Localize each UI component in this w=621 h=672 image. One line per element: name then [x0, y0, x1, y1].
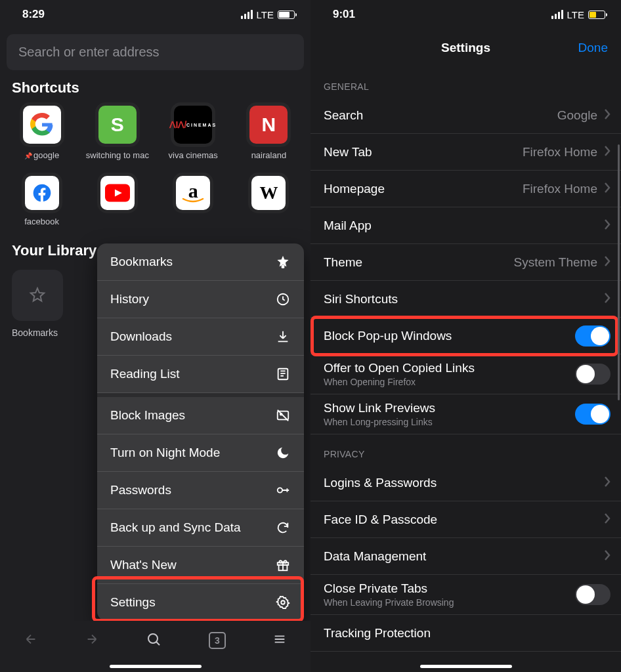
forward-button[interactable] [85, 632, 99, 649]
section-privacy-header: Privacy [310, 434, 621, 465]
library-bookmarks-tile[interactable] [12, 270, 63, 321]
phone-firefox-home: 8:29 LTE Search or enter address Shortcu… [0, 0, 310, 672]
chevron-right-icon [604, 292, 610, 306]
menu-reading-list[interactable]: Reading List [97, 356, 304, 393]
search-input[interactable]: Search or enter address [7, 34, 304, 70]
reading-icon [275, 366, 291, 382]
home-indicator [420, 665, 512, 668]
row-close-private-tabs[interactable]: Close Private TabsWhen Leaving Private B… [310, 575, 621, 615]
chevron-right-icon [604, 476, 610, 490]
row-faceid-passcode[interactable]: Face ID & Passcode [310, 501, 621, 538]
menu-history[interactable]: History [97, 281, 304, 318]
status-time: 8:29 [22, 8, 45, 21]
clock-icon [275, 291, 291, 307]
menu-settings[interactable]: Settings [97, 584, 304, 621]
row-copied-links[interactable]: Offer to Open Copied LinksWhen Opening F… [310, 354, 621, 394]
menu-downloads[interactable]: Downloads [97, 318, 304, 356]
shortcut-viva-cinemas[interactable]: ꓥIꓥ/CINEMAS viva cinemas [156, 103, 231, 173]
chevron-right-icon [604, 549, 610, 564]
viva-icon: ꓥIꓥ/CINEMAS [174, 106, 212, 144]
phone-firefox-settings: 9:01 LTE Settings Done General Search Go… [310, 0, 621, 672]
row-siri-shortcuts[interactable]: Siri Shortcuts [310, 281, 621, 318]
facebook-icon [25, 176, 59, 210]
search-button[interactable] [146, 631, 161, 650]
google-icon [23, 106, 61, 144]
moon-icon [275, 445, 291, 461]
toggle-copied-links[interactable] [575, 364, 610, 385]
signal-icon [551, 10, 563, 19]
status-bar: 8:29 LTE [0, 0, 310, 29]
toggle-block-popups[interactable] [575, 326, 610, 346]
download-icon [275, 329, 291, 345]
shortcuts-grid: 📌google S switching to mac ꓥIꓥ/CINEMAS v… [0, 103, 310, 240]
row-theme[interactable]: Theme System Theme [310, 244, 621, 281]
shortcut-nairaland[interactable]: N nairaland [231, 103, 307, 173]
star-icon [29, 287, 46, 304]
tabs-button[interactable]: 3 [209, 632, 226, 649]
toggle-close-private-tabs[interactable] [575, 584, 610, 605]
amazon-icon: a [176, 176, 210, 210]
menu-block-images[interactable]: Block Images [97, 393, 304, 434]
overflow-menu: Bookmarks History Downloads Reading List… [97, 243, 304, 621]
row-search[interactable]: Search Google [310, 97, 621, 134]
chevron-right-icon [604, 145, 610, 159]
row-mail-app[interactable]: Mail App [310, 207, 621, 244]
page-title: Settings [441, 41, 490, 55]
settings-list[interactable]: General Search Google New Tab Firefox Ho… [310, 67, 621, 667]
chevron-right-icon [604, 182, 610, 196]
svg-point-6 [278, 488, 282, 492]
youtube-icon [100, 176, 135, 210]
toggle-link-previews[interactable] [575, 404, 610, 425]
chevron-right-icon [604, 513, 610, 527]
row-new-tab[interactable]: New Tab Firefox Home [310, 134, 621, 171]
gear-icon [275, 595, 291, 610]
row-logins-passwords[interactable]: Logins & Passwords [310, 465, 621, 501]
nav-bar: Settings Done [310, 29, 621, 67]
menu-button[interactable] [272, 632, 287, 649]
row-homepage[interactable]: Homepage Firefox Home [310, 171, 621, 207]
shortcut-wikipedia[interactable]: W [231, 173, 307, 240]
done-button[interactable]: Done [578, 41, 608, 55]
letter-s-icon: S [98, 106, 137, 144]
battery-icon [588, 10, 605, 19]
shortcuts-title: Shortcuts [0, 79, 310, 103]
svg-point-9 [281, 600, 285, 604]
chevron-right-icon [604, 108, 610, 123]
back-button[interactable] [24, 632, 38, 649]
svg-rect-1 [282, 265, 285, 268]
menu-night-mode[interactable]: Turn on Night Mode [97, 434, 304, 472]
shortcut-facebook[interactable]: facebook [4, 173, 79, 240]
row-link-previews[interactable]: Show Link PreviewsWhen Long-pressing Lin… [310, 394, 621, 434]
row-block-popups[interactable]: Block Pop-up Windows [310, 318, 621, 354]
wikipedia-icon: W [251, 176, 286, 210]
search-placeholder: Search or enter address [18, 45, 160, 59]
shortcut-youtube[interactable] [79, 173, 155, 240]
shortcut-switching-to-mac[interactable]: S switching to mac [79, 103, 155, 173]
signal-icon [241, 10, 253, 19]
menu-passwords[interactable]: Passwords [97, 472, 304, 509]
menu-sync[interactable]: Back up and Sync Data [97, 509, 304, 547]
row-tracking-protection[interactable]: Tracking Protection [310, 615, 621, 652]
row-data-management[interactable]: Data Management [310, 538, 621, 575]
status-time: 9:01 [333, 8, 355, 21]
status-bar: 9:01 LTE [310, 0, 621, 29]
menu-whats-new[interactable]: What's New [97, 547, 304, 584]
shortcut-amazon[interactable]: a [156, 173, 231, 240]
image-off-icon [275, 408, 291, 423]
letter-n-icon: N [249, 106, 288, 144]
menu-bookmarks[interactable]: Bookmarks [97, 243, 304, 281]
pin-icon: 📌 [24, 152, 32, 159]
chevron-right-icon [604, 219, 610, 233]
home-indicator [110, 665, 202, 668]
scrollbar[interactable] [618, 144, 620, 400]
key-icon [275, 482, 291, 498]
network-label: LTE [257, 9, 274, 20]
section-general-header: General [310, 67, 621, 97]
battery-icon [278, 10, 295, 19]
chevron-right-icon [604, 255, 610, 270]
status-indicators: LTE [551, 9, 605, 20]
sync-icon [275, 520, 291, 536]
status-indicators: LTE [241, 9, 295, 20]
gift-icon [275, 557, 291, 573]
shortcut-google[interactable]: 📌google [4, 103, 79, 173]
